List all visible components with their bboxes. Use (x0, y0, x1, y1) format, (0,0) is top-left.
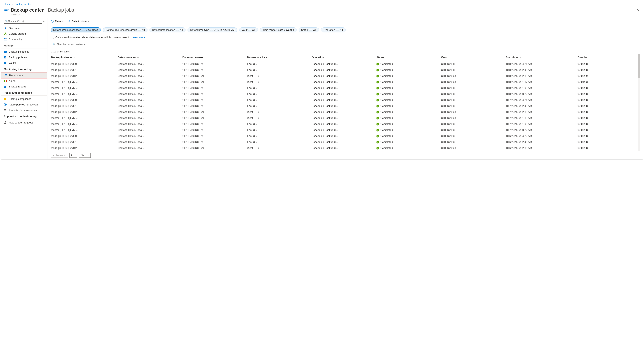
select-columns-button[interactable]: Select columns (68, 20, 90, 23)
row-more-button[interactable]: ··· (622, 73, 640, 79)
row-more-button[interactable]: ··· (622, 67, 640, 73)
sidebar-item-backup-jobs[interactable]: Backup jobs (1, 72, 47, 78)
row-more-button[interactable]: ··· (622, 115, 640, 121)
new-support-request-icon (4, 121, 7, 124)
sidebar-item-alerts[interactable]: Alerts (1, 78, 47, 84)
table-row[interactable]: master [CH1-SQLVM...Contoso Hotels Tena.… (49, 85, 640, 91)
cell-status: ✓Completed (374, 73, 439, 79)
filter-pill-3[interactable]: Datasource type == SQL in Azure VM (188, 28, 237, 32)
sidebar-item-overview[interactable]: Overview (1, 25, 47, 31)
backup-instances-icon (4, 50, 7, 53)
cell-start: 10/7/2021, 7:00:22 AM (504, 127, 576, 133)
table-row[interactable]: msdb [CH1-SQLVM00]Contoso Hotels Tena...… (49, 97, 640, 103)
toolbar: Refresh Select columns (49, 18, 643, 25)
sidebar-item-community[interactable]: Community (1, 36, 47, 42)
scrollbar[interactable] (638, 54, 640, 151)
breadcrumb-home[interactable]: Home (4, 2, 11, 6)
sidebar-item-backup-instances[interactable]: Backup instances (1, 49, 47, 54)
breadcrumb-current[interactable]: Backup center (14, 2, 31, 6)
filter-pill-5[interactable]: Time range : Last 2 weeks (260, 28, 296, 32)
table-row[interactable]: msdb [CH1-SQLVM00]Contoso Hotels Tena...… (49, 133, 640, 139)
cell-subs: Contoso Hotels Tena... (116, 79, 180, 85)
filter-pill-0[interactable]: Datasource subscription == 3 selected (51, 28, 101, 32)
access-checkbox[interactable] (51, 36, 54, 39)
success-icon: ✓ (376, 141, 379, 144)
nav-group-title: Monitoring + reporting (1, 66, 47, 72)
cell-rg: CH1-RetailRG-Pri (180, 127, 245, 133)
col-start[interactable]: Start time↑↓ (504, 54, 576, 61)
sidebar-item-azure-policies-for-backup[interactable]: Azure policies for backup (1, 102, 47, 107)
row-more-button[interactable]: ··· (622, 133, 640, 139)
table-row[interactable]: master [CH1-SQLVM...Contoso Hotels Tena.… (49, 91, 640, 97)
sidebar-item-protectable-datasources[interactable]: Protectable datasources (1, 107, 47, 113)
search-input[interactable] (8, 20, 40, 22)
collapse-sidebar-icon[interactable]: « (43, 20, 45, 23)
col-status[interactable]: Status (374, 54, 439, 61)
row-more-button[interactable]: ··· (622, 121, 640, 127)
filter-pill-7[interactable]: Operation == All (321, 28, 346, 32)
table-row[interactable]: msdb [CH1-SQLVM00]Contoso Hotels Tena...… (49, 61, 640, 67)
backup-policies-icon (4, 56, 7, 59)
row-more-button[interactable]: ··· (622, 79, 640, 85)
filter-pill-2[interactable]: Datasource location == All (150, 28, 186, 32)
row-more-button[interactable]: ··· (622, 127, 640, 133)
table-row[interactable]: master [CH1-SQLVM...Contoso Hotels Tena.… (49, 121, 640, 127)
cell-op: Scheduled Backup (F... (310, 79, 374, 85)
success-icon: ✓ (376, 117, 379, 120)
filter-instance-input[interactable] (57, 43, 102, 46)
table-row[interactable]: master [CH1-SQLVM...Contoso Hotels Tena.… (49, 79, 640, 85)
learn-more-link[interactable]: Learn more. (132, 36, 146, 39)
table-row[interactable]: msdb [CH1-SQLVM12]Contoso Hotels Tena...… (49, 109, 640, 115)
cell-subs: Contoso Hotels Tena... (116, 67, 180, 73)
row-more-button[interactable]: ··· (622, 109, 640, 115)
sidebar-item-backup-reports[interactable]: Backup reports (1, 84, 47, 89)
sidebar-item-backup-compliance[interactable]: Backup compliance (1, 96, 47, 102)
table-row[interactable]: msdb [CH1-SQLVM12]Contoso Hotels Tena...… (49, 145, 640, 151)
sidebar-item-new-support-request[interactable]: New support request (1, 120, 47, 125)
col-vault[interactable]: Vault (439, 54, 504, 61)
col-op[interactable]: Operation (310, 54, 374, 61)
table-row[interactable]: msdb [CH1-SQLVM12]Contoso Hotels Tena...… (49, 73, 640, 79)
sidebar-item-label: New support request (9, 121, 33, 124)
filter-instance-box[interactable]: 🔍 (51, 42, 104, 47)
filter-pill-4[interactable]: Vault == All (239, 28, 258, 32)
row-more-button[interactable]: ··· (622, 91, 640, 97)
table-row[interactable]: msdb [CH1-SQLVM01]Contoso Hotels Tena...… (49, 67, 640, 73)
table-row[interactable]: master [CH1-SQLVM...Contoso Hotels Tena.… (49, 127, 640, 133)
tenant-label: Microsoft (10, 13, 635, 16)
row-more-button[interactable]: ··· (622, 139, 640, 145)
table-row[interactable]: msdb [CH1-SQLVM01]Contoso Hotels Tena...… (49, 139, 640, 145)
refresh-icon (51, 20, 54, 23)
refresh-button[interactable]: Refresh (51, 20, 64, 23)
row-more-button[interactable]: ··· (622, 61, 640, 67)
col-subs[interactable]: Datasource subs... (116, 54, 180, 61)
sidebar-item-backup-policies[interactable]: Backup policies (1, 54, 47, 60)
sort-icon: ↑↓ (618, 56, 620, 59)
col-instance[interactable]: Backup instance↑↓ (49, 54, 116, 61)
sidebar-search[interactable]: 🔍 (4, 19, 42, 24)
row-more-button[interactable]: ··· (622, 145, 640, 151)
table-row[interactable]: msdb [CH1-SQLVM01]Contoso Hotels Tena...… (49, 103, 640, 109)
sidebar-item-getting-started[interactable]: Getting started (1, 31, 47, 36)
svg-point-2 (6, 38, 6, 40)
close-icon[interactable]: ✕ (635, 7, 640, 13)
nav-group-title: Support + troubleshooting (1, 113, 47, 119)
filter-pill-6[interactable]: Status == All (298, 28, 319, 32)
col-rg[interactable]: Datasource reso... (180, 54, 245, 61)
row-more-button[interactable]: ··· (622, 103, 640, 109)
row-more-button[interactable]: ··· (622, 85, 640, 91)
prev-button[interactable]: < Previous (51, 153, 68, 158)
page-select[interactable]: 1 ⌄ (70, 153, 77, 158)
sidebar-item-label: Backup reports (9, 85, 26, 88)
table-row[interactable]: master [CH1-SQLVM...Contoso Hotels Tena.… (49, 115, 640, 121)
sidebar-item-vaults[interactable]: Vaults (1, 60, 47, 66)
more-icon[interactable]: ⋯ (76, 8, 80, 12)
svg-rect-3 (4, 40, 6, 40)
filter-pill-1[interactable]: Datasource resource group == All (103, 28, 148, 32)
col-duration[interactable]: Duration↑↓ (576, 54, 622, 61)
col-loc[interactable]: Datasource loca... (245, 54, 310, 61)
row-more-button[interactable]: ··· (622, 97, 640, 103)
azure-policies-for-backup-icon (4, 103, 7, 106)
cell-start: 10/7/2021, 7:04:21 AM (504, 97, 576, 103)
next-button[interactable]: Next > (79, 153, 91, 158)
